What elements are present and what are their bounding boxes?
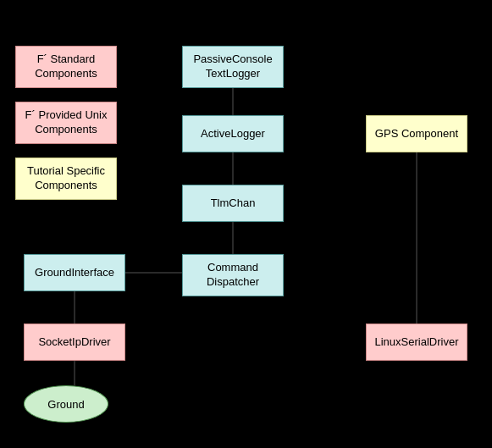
command-dispatcher: CommandDispatcher — [182, 254, 284, 296]
unix-components: F´ Provided UnixComponents — [15, 102, 117, 144]
ground: Ground — [24, 385, 108, 423]
tutorial-components: Tutorial SpecificComponents — [15, 158, 117, 200]
gps-component: GPS Component — [366, 115, 467, 152]
linux-serial-driver: LinuxSerialDriver — [366, 324, 467, 361]
socket-ip-driver: SocketIpDriver — [24, 324, 125, 361]
passive-console: PassiveConsoleTextLogger — [182, 46, 284, 88]
tlm-chan: TlmChan — [182, 185, 284, 222]
standard-components: F´ StandardComponents — [15, 46, 117, 88]
active-logger: ActiveLogger — [182, 115, 284, 152]
ground-interface: GroundInterface — [24, 254, 125, 291]
